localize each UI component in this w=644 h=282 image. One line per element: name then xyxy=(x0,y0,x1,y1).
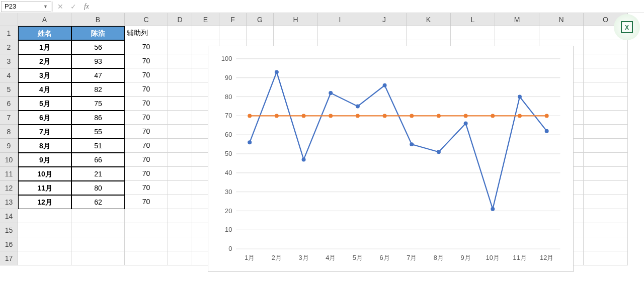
cell[interactable]: 1月 xyxy=(18,40,71,54)
cell[interactable] xyxy=(168,82,192,97)
cell[interactable] xyxy=(584,195,628,209)
cell[interactable]: 70 xyxy=(125,82,168,97)
cell[interactable]: 70 xyxy=(125,40,168,54)
cell[interactable] xyxy=(451,26,495,40)
cell[interactable] xyxy=(247,26,274,40)
cell[interactable] xyxy=(362,26,407,40)
cell[interactable] xyxy=(584,251,628,265)
cell[interactable] xyxy=(168,125,192,139)
cell[interactable] xyxy=(584,40,628,54)
cell[interactable] xyxy=(584,125,628,139)
cell[interactable]: 10月 xyxy=(18,167,71,181)
cell[interactable]: 11月 xyxy=(18,181,71,195)
col-header-F[interactable]: F xyxy=(219,13,247,26)
cell[interactable]: 5月 xyxy=(18,97,71,111)
col-header-N[interactable]: N xyxy=(539,13,584,26)
select-all-corner[interactable] xyxy=(0,13,18,26)
cell[interactable]: 93 xyxy=(71,54,125,68)
col-header-B[interactable]: B xyxy=(71,13,125,26)
cell[interactable]: 9月 xyxy=(18,153,71,167)
cancel-icon[interactable]: ✕ xyxy=(54,1,67,12)
cell[interactable] xyxy=(18,209,71,223)
cell[interactable] xyxy=(71,251,125,265)
col-header-K[interactable]: K xyxy=(407,13,451,26)
row-header-10[interactable]: 10 xyxy=(0,153,18,167)
col-header-D[interactable]: D xyxy=(168,13,192,26)
cell[interactable] xyxy=(168,195,192,209)
cell[interactable] xyxy=(125,209,168,223)
cell[interactable] xyxy=(168,97,192,111)
row-header-5[interactable]: 5 xyxy=(0,82,18,97)
cell[interactable] xyxy=(125,237,168,251)
cell[interactable] xyxy=(495,26,539,40)
row-header-7[interactable]: 7 xyxy=(0,111,18,125)
row-header-1[interactable]: 1 xyxy=(0,26,18,40)
cell[interactable]: 70 xyxy=(125,97,168,111)
cell[interactable] xyxy=(168,111,192,125)
cell[interactable]: 3月 xyxy=(18,68,71,82)
cell[interactable]: 姓名 xyxy=(18,26,71,40)
cell[interactable] xyxy=(168,68,192,82)
row-header-6[interactable]: 6 xyxy=(0,97,18,111)
cell[interactable] xyxy=(584,54,628,68)
row-header-14[interactable]: 14 xyxy=(0,209,18,223)
cell[interactable] xyxy=(168,54,192,68)
enter-icon[interactable]: ✓ xyxy=(67,1,80,12)
row-header-11[interactable]: 11 xyxy=(0,167,18,181)
col-header-C[interactable]: C xyxy=(125,13,168,26)
cell[interactable]: 47 xyxy=(71,68,125,82)
cell[interactable]: 70 xyxy=(125,139,168,153)
cell[interactable] xyxy=(219,26,247,40)
cell[interactable] xyxy=(584,111,628,125)
row-header-4[interactable]: 4 xyxy=(0,68,18,82)
cell[interactable]: 陈浩 xyxy=(71,26,125,40)
cell[interactable] xyxy=(539,26,584,40)
row-header-3[interactable]: 3 xyxy=(0,54,18,68)
cell[interactable] xyxy=(584,97,628,111)
cell[interactable] xyxy=(168,181,192,195)
cell[interactable] xyxy=(192,26,219,40)
cell[interactable] xyxy=(18,237,71,251)
cell[interactable]: 6月 xyxy=(18,111,71,125)
cell[interactable] xyxy=(168,251,192,265)
cell[interactable] xyxy=(125,251,168,265)
cell[interactable] xyxy=(168,26,192,40)
col-header-L[interactable]: L xyxy=(451,13,495,26)
col-header-I[interactable]: I xyxy=(318,13,362,26)
row-header-17[interactable]: 17 xyxy=(0,251,18,265)
col-header-A[interactable]: A xyxy=(18,13,71,26)
cell[interactable]: 51 xyxy=(71,139,125,153)
row-header-12[interactable]: 12 xyxy=(0,181,18,195)
col-header-E[interactable]: E xyxy=(192,13,219,26)
cell[interactable] xyxy=(584,167,628,181)
cell[interactable]: 70 xyxy=(125,195,168,209)
cell[interactable] xyxy=(584,223,628,237)
cell[interactable] xyxy=(584,237,628,251)
cell[interactable] xyxy=(584,209,628,223)
row-header-2[interactable]: 2 xyxy=(0,40,18,54)
cell[interactable] xyxy=(168,223,192,237)
row-header-15[interactable]: 15 xyxy=(0,223,18,237)
cell[interactable]: 70 xyxy=(125,125,168,139)
cell[interactable]: 70 xyxy=(125,181,168,195)
cell[interactable]: 66 xyxy=(71,153,125,167)
col-header-M[interactable]: M xyxy=(495,13,539,26)
cell[interactable]: 82 xyxy=(71,82,125,97)
fx-icon[interactable]: fx xyxy=(80,1,93,12)
cell[interactable] xyxy=(71,237,125,251)
cell[interactable]: 8月 xyxy=(18,139,71,153)
cell[interactable] xyxy=(584,68,628,82)
cell[interactable]: 70 xyxy=(125,68,168,82)
row-header-8[interactable]: 8 xyxy=(0,125,18,139)
cell[interactable]: 2月 xyxy=(18,54,71,68)
cell[interactable] xyxy=(584,153,628,167)
col-header-G[interactable]: G xyxy=(247,13,274,26)
cell[interactable] xyxy=(407,26,451,40)
cell[interactable]: 62 xyxy=(71,195,125,209)
cell[interactable]: 辅助列 xyxy=(125,26,168,40)
cell[interactable] xyxy=(71,209,125,223)
col-header-J[interactable]: J xyxy=(362,13,407,26)
dropdown-icon[interactable]: ▼ xyxy=(43,4,48,9)
cell[interactable] xyxy=(168,209,192,223)
cell[interactable] xyxy=(584,181,628,195)
